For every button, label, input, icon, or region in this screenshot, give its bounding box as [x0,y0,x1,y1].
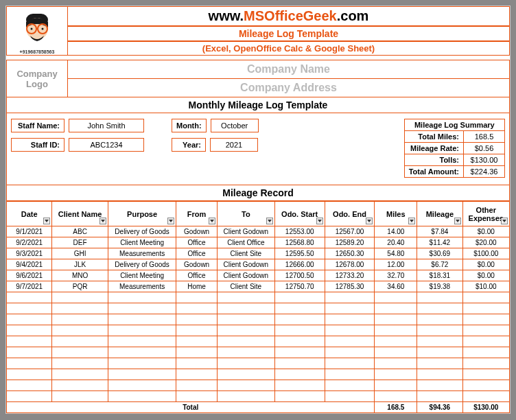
cell-ostart[interactable]: 12568.80 [274,237,325,248]
cell-client[interactable]: ABC [52,226,108,237]
cell-empty[interactable] [7,380,52,391]
cell-empty[interactable] [375,380,417,391]
filter-dropdown-icon[interactable] [209,218,215,224]
cell-empty[interactable] [7,303,52,314]
cell-empty[interactable] [176,369,218,380]
cell-empty[interactable] [52,314,108,325]
cell-ostart[interactable]: 12700.50 [274,270,325,281]
cell-empty[interactable] [274,303,325,314]
cell-empty[interactable] [417,325,462,336]
cell-oend[interactable]: 12733.20 [325,270,375,281]
cell-client[interactable]: JLK [52,259,108,270]
cell-ostart[interactable]: 12750.70 [274,281,325,292]
column-header[interactable]: Purpose [108,202,176,226]
cell-date[interactable]: 9/1/2021 [7,226,52,237]
cell-to[interactable]: Client Godown [217,226,274,237]
cell-date[interactable]: 9/4/2021 [7,259,52,270]
cell-empty[interactable] [325,380,375,391]
cell-empty[interactable] [217,336,274,347]
filter-dropdown-icon[interactable] [454,218,461,224]
cell-empty[interactable] [176,314,218,325]
column-header[interactable]: Other Expenses [462,202,510,226]
cell-empty[interactable] [325,347,375,358]
cell-other[interactable]: $10.00 [462,281,510,292]
cell-other[interactable]: $0.00 [462,226,510,237]
cell-empty[interactable] [108,380,176,391]
cell-to[interactable]: Client Site [217,281,274,292]
filter-dropdown-icon[interactable] [316,218,323,224]
cell-mileage[interactable]: $30.69 [417,248,462,259]
cell-empty[interactable] [52,336,108,347]
cell-empty[interactable] [176,336,218,347]
cell-empty[interactable] [176,358,218,369]
cell-to[interactable]: Client Godown [217,270,274,281]
cell-miles[interactable]: 20.40 [375,237,417,248]
cell-empty[interactable] [7,325,52,336]
cell-empty[interactable] [375,358,417,369]
cell-mileage[interactable]: $11.42 [417,237,462,248]
cell-empty[interactable] [417,292,462,303]
cell-from[interactable]: Office [176,270,218,281]
cell-client[interactable]: GHI [52,248,108,259]
filter-dropdown-icon[interactable] [43,218,50,224]
cell-miles[interactable]: 54.80 [375,248,417,259]
cell-other[interactable]: $0.00 [462,259,510,270]
cell-other[interactable]: $100.00 [462,248,510,259]
column-header[interactable]: Miles [375,202,417,226]
cell-ostart[interactable]: 12595.50 [274,248,325,259]
cell-empty[interactable] [52,380,108,391]
cell-empty[interactable] [274,314,325,325]
cell-empty[interactable] [52,303,108,314]
cell-from[interactable]: Home [176,281,218,292]
cell-empty[interactable] [176,380,218,391]
cell-oend[interactable]: 12589.20 [325,237,375,248]
cell-empty[interactable] [52,391,108,402]
cell-empty[interactable] [274,347,325,358]
cell-empty[interactable] [108,292,176,303]
cell-empty[interactable] [325,314,375,325]
cell-empty[interactable] [462,292,510,303]
cell-oend[interactable]: 12678.00 [325,259,375,270]
cell-client[interactable]: MNO [52,270,108,281]
cell-miles[interactable]: 32.70 [375,270,417,281]
cell-purpose[interactable]: Measurements [108,248,176,259]
cell-empty[interactable] [462,358,510,369]
company-address-field[interactable]: Company Address [68,79,510,97]
cell-empty[interactable] [217,292,274,303]
cell-empty[interactable] [217,325,274,336]
cell-empty[interactable] [108,358,176,369]
cell-empty[interactable] [7,358,52,369]
cell-empty[interactable] [108,303,176,314]
cell-date[interactable]: 9/3/2021 [7,248,52,259]
cell-miles[interactable]: 12.00 [375,259,417,270]
cell-empty[interactable] [375,325,417,336]
cell-to[interactable]: Client Godown [217,259,274,270]
cell-empty[interactable] [325,369,375,380]
cell-empty[interactable] [462,380,510,391]
cell-empty[interactable] [7,292,52,303]
cell-other[interactable]: $20.00 [462,237,510,248]
cell-empty[interactable] [375,391,417,402]
cell-empty[interactable] [7,369,52,380]
filter-dropdown-icon[interactable] [501,218,508,224]
cell-empty[interactable] [108,325,176,336]
cell-empty[interactable] [325,303,375,314]
cell-empty[interactable] [217,358,274,369]
cell-purpose[interactable]: Delivery of Goods [108,226,176,237]
cell-empty[interactable] [417,380,462,391]
cell-empty[interactable] [274,358,325,369]
cell-empty[interactable] [462,314,510,325]
column-header[interactable]: From [176,202,218,226]
cell-empty[interactable] [325,292,375,303]
cell-empty[interactable] [274,369,325,380]
year-field[interactable]: 2021 [210,138,258,152]
cell-purpose[interactable]: Delivery of Goods [108,259,176,270]
staff-name-field[interactable]: John Smith [69,119,144,132]
cell-client[interactable]: DEF [52,237,108,248]
column-header[interactable]: Odo. Start [274,202,325,226]
column-header[interactable]: Odo. End [325,202,375,226]
filter-dropdown-icon[interactable] [99,218,106,224]
cell-empty[interactable] [462,303,510,314]
column-header[interactable]: Mileage [417,202,462,226]
cell-mileage[interactable]: $7.84 [417,226,462,237]
